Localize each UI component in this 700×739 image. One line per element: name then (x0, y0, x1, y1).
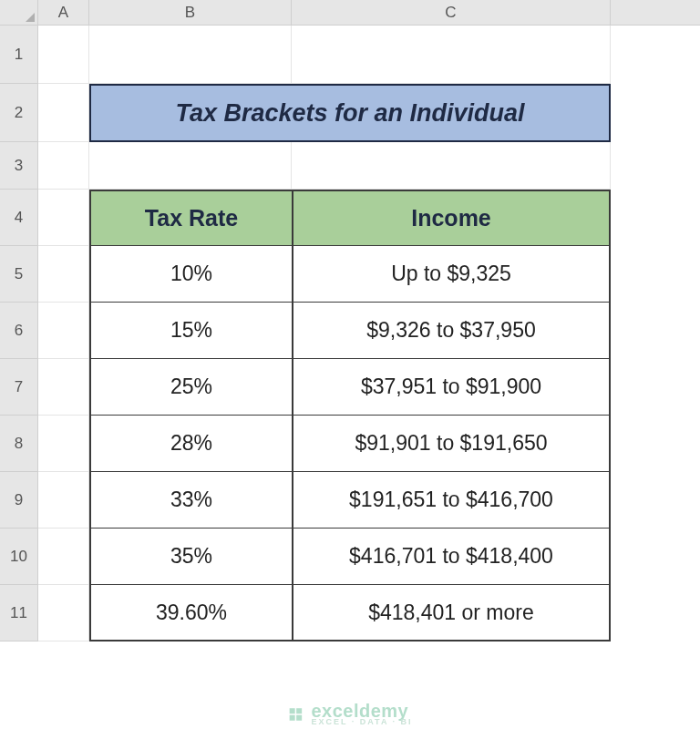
watermark-sub: EXCEL · DATA · BI (311, 718, 412, 726)
cell-C3[interactable] (292, 142, 611, 190)
row-header-10[interactable]: 10 (0, 529, 38, 585)
table-header-income[interactable]: Income (292, 190, 611, 246)
cell-C1[interactable] (292, 26, 611, 84)
table-row[interactable]: $9,326 to $37,950 (292, 303, 611, 359)
cell-A6[interactable] (38, 303, 89, 359)
row-headers: 1 2 3 4 5 6 7 8 9 10 11 (0, 26, 38, 641)
cell-A7[interactable] (38, 359, 89, 416)
table-row[interactable]: Up to $9,325 (292, 246, 611, 303)
table-row[interactable]: $91,901 to $191,650 (292, 416, 611, 472)
cell-A3[interactable] (38, 142, 89, 190)
cell-A8[interactable] (38, 416, 89, 472)
cell-B1[interactable] (89, 26, 292, 84)
table-row[interactable]: 33% (89, 472, 292, 529)
table-row[interactable]: 10% (89, 246, 292, 303)
table-row[interactable]: $418,401 or more (292, 585, 611, 641)
table-row[interactable]: 28% (89, 416, 292, 472)
table-header-rate[interactable]: Tax Rate (89, 190, 292, 246)
row-header-7[interactable]: 7 (0, 359, 38, 416)
row-header-8[interactable]: 8 (0, 416, 38, 472)
table-row[interactable]: 25% (89, 359, 292, 416)
cell-B3[interactable] (89, 142, 292, 190)
row-header-3[interactable]: 3 (0, 142, 38, 190)
row-header-9[interactable]: 9 (0, 472, 38, 529)
table-row[interactable]: 35% (89, 529, 292, 585)
row-header-6[interactable]: 6 (0, 303, 38, 359)
page-title[interactable]: Tax Brackets for an Individual (89, 84, 611, 142)
table-row[interactable]: $191,651 to $416,700 (292, 472, 611, 529)
logo-icon (287, 706, 304, 723)
cell-A10[interactable] (38, 529, 89, 585)
cell-A2[interactable] (38, 84, 89, 142)
row-header-11[interactable]: 11 (0, 585, 38, 641)
cell-A1[interactable] (38, 26, 89, 84)
table-row[interactable]: 15% (89, 303, 292, 359)
row-header-1[interactable]: 1 (0, 26, 38, 84)
cell-A5[interactable] (38, 246, 89, 303)
cell-A9[interactable] (38, 472, 89, 529)
row-header-4[interactable]: 4 (0, 190, 38, 246)
col-header-C[interactable]: C (292, 0, 611, 25)
table-row[interactable]: $416,701 to $418,400 (292, 529, 611, 585)
select-all-corner[interactable] (0, 0, 38, 25)
table-row[interactable]: 39.60% (89, 585, 292, 641)
cell-A4[interactable] (38, 190, 89, 246)
row-header-5[interactable]: 5 (0, 246, 38, 303)
spreadsheet: A B C 1 2 3 4 5 6 7 8 9 10 11 (0, 0, 700, 739)
row-header-2[interactable]: 2 (0, 84, 38, 142)
cell-A11[interactable] (38, 585, 89, 641)
column-headers: A B C (0, 0, 700, 26)
grid: Tax Brackets for an Individual Tax Rate … (38, 26, 700, 641)
table-row[interactable]: $37,951 to $91,900 (292, 359, 611, 416)
watermark: exceldemy EXCEL · DATA · BI (287, 702, 412, 726)
col-header-A[interactable]: A (38, 0, 89, 25)
col-header-B[interactable]: B (89, 0, 292, 25)
